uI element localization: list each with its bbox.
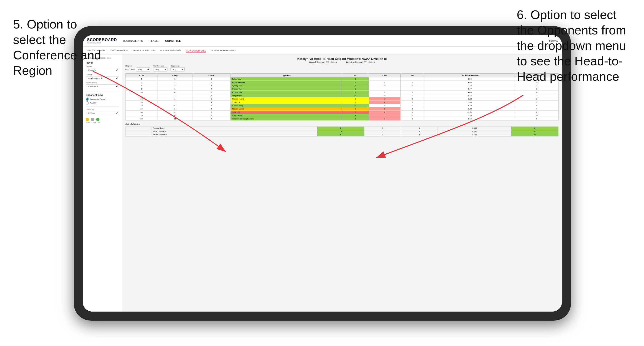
left-panel: Last Updated: 27/03/2024 08:44 Player Ge… [83, 55, 122, 312]
th-diff: Diff Av Strokes/Rnd [424, 74, 515, 77]
main-data-table: # Div # Reg # Conf Opponent Win Loss Tie… [125, 73, 558, 121]
table-row: 914Sharon Mun13.673 [126, 87, 558, 91]
nav-committee[interactable]: COMMITTEE [165, 39, 181, 43]
th-loss: Loss [369, 74, 400, 77]
filter-opponent-select[interactable]: (All) [170, 67, 184, 71]
filter-opponent-label: Opponent [170, 65, 184, 67]
th-reg: # Reg [158, 74, 192, 77]
table-row: 19106Emily Chang4100.3011 [126, 114, 558, 117]
tablet-shell: SCOREBOARD Powered by clippd TOURNAMENTS… [74, 26, 571, 321]
sub-nav-player-h2h-grid[interactable]: PLAYER H2H GRID [186, 49, 206, 52]
colour-label: Colour by [86, 109, 119, 111]
table-row: 1474Eunice Yi2200.389 [126, 101, 558, 104]
filter-region-row: Opponents: (All) [125, 67, 150, 71]
filter-section: Region Opponents: (All) Conference (All) [125, 65, 558, 71]
colour-up [96, 118, 100, 121]
filter-conf-group: Conference (All) [153, 65, 168, 71]
page-title: Katelyn Vo Head-to-Head Grid for Women's… [125, 57, 558, 61]
page-header: Katelyn Vo Head-to-Head Grid for Women's… [125, 57, 558, 63]
table-row: 1634Jessica Mason120-0.947 [126, 107, 558, 111]
ood-row: Foreign Team1004.5002 [126, 127, 558, 130]
th-div: # Div [126, 74, 158, 77]
player-rank-label: Player (Rank) [86, 82, 119, 84]
sub-nav: TEAM SUMMARY TEAM H2H GRID TEAM H2H HEAT… [83, 46, 562, 55]
th-opponent: Opponent [230, 74, 342, 77]
colour-level [91, 118, 94, 121]
filter-region-select[interactable]: (All) [136, 67, 150, 71]
th-conf: # Conf [192, 74, 230, 77]
annotation-left: 5. Option to select the Conference and R… [13, 17, 104, 78]
filter-region-group: Region Opponents: (All) [125, 65, 150, 71]
division-record-value: 331 - 34 - 6 [364, 61, 375, 63]
ood-row: NAIA Division 115009.26730 [126, 130, 558, 133]
sub-nav-team-h2h-heatmap[interactable]: TEAM H2H HEATMAP [133, 49, 156, 52]
table-row: 1063Andrea York2004.004 [126, 91, 558, 94]
ood-row: NCAA Division 25007.40010 [126, 133, 558, 137]
sub-nav-player-h2h-heatmap[interactable]: PLAYER H2H HEATMAP [211, 49, 236, 52]
out-of-division-header: Out of division [125, 123, 558, 125]
annotation-right: 6. Option to select the Opponents from t… [517, 7, 631, 84]
th-win: Win [342, 74, 369, 77]
table-row: 1822Euna Lee020-5.002 [126, 111, 558, 114]
player-rank-select[interactable]: 8. Katelyn Vo [86, 84, 119, 88]
table-row: 1125Heejo Hyun1003.333 [126, 94, 558, 97]
sub-nav-player-summary[interactable]: PLAYER SUMMARY [160, 49, 181, 52]
colour-down [86, 118, 89, 121]
radio-top-100[interactable]: Top 100 [86, 101, 119, 105]
colour-select[interactable]: Win/loss [86, 111, 119, 115]
table-row: 1311Jessica Huang110-3.002 [126, 97, 558, 101]
opponent-view-title: Opponent view [86, 94, 119, 96]
tablet-screen: SCOREBOARD Powered by clippd TOURNAMENTS… [83, 35, 562, 312]
table-row: 1585Stella Cheng1001.254 [126, 104, 558, 107]
colour-section: Colour by Win/loss Down Level Up [86, 109, 119, 123]
filter-region-prefix: Opponents: [125, 68, 135, 71]
table-row: 522Alexis Sudjianto1004.003 [126, 81, 558, 84]
nav-tournaments[interactable]: TOURNAMENTS [123, 39, 143, 43]
out-of-division-table: Foreign Team1004.5002NAIA Division 11500… [125, 126, 558, 137]
division-record-label: Division Record: [346, 61, 363, 63]
colour-circles [86, 118, 119, 121]
right-content: Katelyn Vo Head-to-Head Grid for Women's… [122, 55, 562, 312]
nav-teams[interactable]: TEAMS [150, 39, 158, 43]
sub-nav-team-h2h-grid[interactable]: TEAM H2H GRID [110, 49, 128, 52]
overall-record-value: 353 - 34 - 6 [326, 61, 337, 63]
filter-region-label: Region [125, 65, 150, 67]
th-tie: Tie [400, 74, 424, 77]
nav-links: TOURNAMENTS TEAMS COMMITTEE [123, 39, 549, 43]
top-nav: SCOREBOARD Powered by clippd TOURNAMENTS… [83, 35, 562, 46]
table-row: 331Esther Lee11.504 [126, 77, 558, 81]
table-row: 633Sydney Kuo100-1.003 [126, 84, 558, 87]
overall-record-label: Overall Record: [309, 61, 325, 63]
filter-conf-select[interactable]: (All) [153, 67, 168, 71]
filter-conf-label: Conference [153, 65, 168, 67]
legend-labels: Down Level Up [86, 122, 119, 123]
main-content: Last Updated: 27/03/2024 08:44 Player Ge… [83, 55, 562, 312]
record-row: Overall Record: 353 - 34 - 6 Division Re… [125, 61, 558, 63]
table-row: 20117Federica Domecq Lacroze2101.336 [126, 117, 558, 121]
filter-opponent-group: Opponent (All) [170, 65, 184, 71]
radio-opponents-played[interactable]: Opponents Played [86, 98, 119, 101]
